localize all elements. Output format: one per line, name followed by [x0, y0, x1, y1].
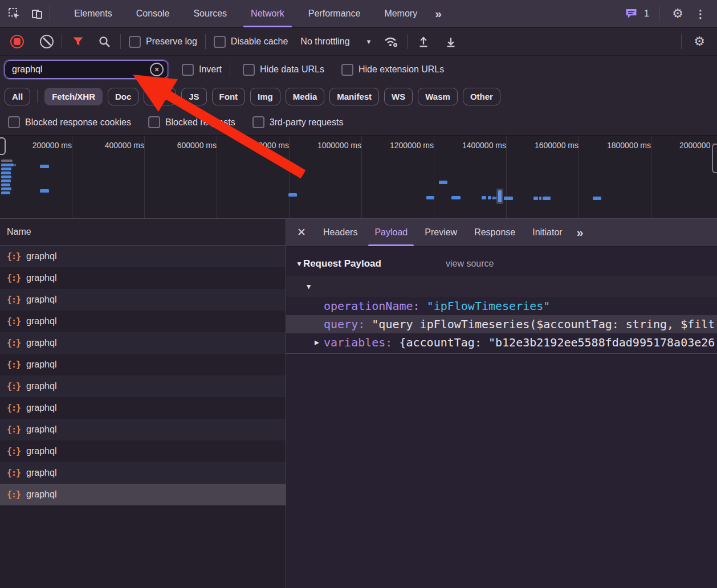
tab-memory[interactable]: Memory	[372, 0, 429, 27]
hide-data-urls-checkbox[interactable]	[243, 64, 255, 76]
preserve-log-checkbox[interactable]	[129, 36, 141, 48]
request-row[interactable]: {:}graphql	[0, 397, 286, 419]
chip-all[interactable]: All	[5, 88, 30, 105]
chip-manifest[interactable]: Manifest	[329, 88, 379, 105]
details-tab-initiator[interactable]: Initiator	[524, 219, 571, 246]
request-row[interactable]: {:}graphql	[0, 484, 286, 505]
view-source-link[interactable]: view source	[446, 259, 494, 269]
record-network-log-icon[interactable]	[10, 35, 24, 48]
more-tabs-icon[interactable]: »	[429, 0, 446, 27]
chip-img[interactable]: Img	[250, 88, 280, 105]
request-row[interactable]: {:}graphql	[0, 354, 286, 375]
request-row[interactable]: {:}graphql	[0, 440, 286, 462]
payload-value: {accountTag: "b12e3b2192ee5588fdad995178…	[399, 336, 715, 349]
network-conditions-icon[interactable]	[383, 33, 399, 50]
chip-css[interactable]: CSS	[144, 88, 176, 105]
blocked-response-cookies-option: Blocked response cookies	[8, 116, 131, 128]
collapse-node-icon[interactable]: ▼	[307, 276, 311, 297]
throttling-select[interactable]: No throttling ▼	[300, 36, 372, 47]
blocked-response-cookies-checkbox[interactable]	[8, 116, 20, 128]
request-row[interactable]: {:}graphql	[0, 419, 286, 440]
filter-icon[interactable]	[70, 33, 86, 50]
import-har-icon[interactable]	[415, 33, 431, 50]
details-tab-payload[interactable]: Payload	[366, 219, 416, 246]
request-name: graphql	[26, 489, 56, 500]
request-row[interactable]: {:}graphql	[0, 332, 286, 354]
toolbar-divider	[407, 34, 408, 49]
hide-data-urls-label: Hide data URLs	[260, 64, 324, 75]
request-list: {:}graphql{:}graphql{:}graphql{:}graphql…	[0, 246, 286, 505]
filter-input[interactable]	[11, 64, 150, 75]
inspect-element-icon[interactable]	[5, 4, 24, 23]
clear-network-log-icon[interactable]	[40, 35, 54, 48]
tab-network[interactable]: Network	[239, 0, 296, 27]
json-braces-icon: {:}	[7, 338, 21, 348]
search-icon[interactable]	[96, 33, 112, 50]
device-toolbar-icon[interactable]	[27, 4, 47, 23]
details-more-tabs-icon[interactable]: »	[571, 219, 588, 246]
timeline-scroll-handle-right[interactable]	[712, 144, 717, 173]
settings-gear-icon[interactable]: ⚙	[668, 4, 687, 23]
third-party-requests-checkbox[interactable]	[252, 116, 264, 128]
payload-row-query[interactable]: query: "query ipFlowTimeseries($accountT…	[286, 315, 717, 333]
tab-sources[interactable]: Sources	[181, 0, 239, 27]
network-settings-gear-icon[interactable]: ⚙	[690, 32, 709, 51]
disable-cache-label: Disable cache	[231, 36, 288, 47]
details-tab-response[interactable]: Response	[466, 219, 524, 246]
clear-filter-icon[interactable]: ✕	[150, 63, 164, 76]
chip-wasm[interactable]: Wasm	[418, 88, 458, 105]
blocked-requests-checkbox[interactable]	[148, 116, 160, 128]
timeline-gridline	[506, 136, 507, 218]
payload-row-operationName[interactable]: operationName: "ipFlowTimeseries"	[286, 297, 717, 315]
request-name: graphql	[26, 295, 56, 305]
tab-performance[interactable]: Performance	[296, 0, 373, 27]
waterfall-mark	[488, 196, 491, 199]
request-row[interactable]: {:}graphql	[0, 289, 286, 311]
expand-node-icon[interactable]: ▶	[315, 333, 319, 352]
chip-media[interactable]: Media	[286, 88, 325, 105]
close-details-icon[interactable]: ✕	[286, 219, 315, 246]
request-row[interactable]: {:}graphql	[0, 267, 286, 289]
payload-summary-row[interactable]: ▼ {operationName: "ipFlowTimeseries", va…	[286, 276, 717, 297]
waterfall-mark	[40, 165, 49, 168]
timeline-overview[interactable]: 200000 ms400000 ms600000 ms800000 ms1000…	[0, 136, 717, 219]
chip-font[interactable]: Font	[212, 88, 245, 105]
request-row[interactable]: {:}graphql	[0, 311, 286, 332]
request-row[interactable]: {:}graphql	[0, 462, 286, 484]
payload-row-variables[interactable]: ▶variables: {accountTag: "b12e3b2192ee55…	[286, 333, 717, 352]
chip-ws[interactable]: WS	[384, 88, 413, 105]
issues-icon[interactable]	[621, 4, 641, 23]
toolbar-divider	[659, 6, 660, 21]
name-column-header[interactable]: Name	[0, 219, 286, 246]
waterfall-mark	[543, 197, 551, 200]
waterfall-mark	[482, 196, 486, 199]
issues-count: 1	[644, 9, 649, 19]
request-table: Name {:}graphql{:}graphql{:}graphql{:}gr…	[0, 219, 286, 588]
chip-js[interactable]: JS	[181, 88, 206, 105]
chip-fetch-xhr[interactable]: Fetch/XHR	[44, 88, 103, 105]
waterfall-mark	[288, 193, 297, 197]
waterfall-mark	[539, 197, 541, 200]
collapse-section-icon[interactable]: ▼	[296, 260, 303, 268]
invert-checkbox[interactable]	[182, 64, 194, 76]
request-row[interactable]: {:}graphql	[0, 375, 286, 397]
chip-other[interactable]: Other	[463, 88, 500, 105]
timeline-scroll-handle-left[interactable]	[0, 137, 6, 155]
tab-elements[interactable]: Elements	[62, 0, 124, 27]
timeline-tick: 800000 ms	[232, 141, 289, 150]
disable-cache-checkbox[interactable]	[214, 36, 226, 48]
details-tab-preview[interactable]: Preview	[416, 219, 466, 246]
export-har-icon[interactable]	[443, 33, 459, 50]
hide-extension-urls-checkbox[interactable]	[341, 64, 353, 76]
payload-key: operationName:	[324, 299, 427, 313]
json-braces-icon: {:}	[7, 360, 21, 370]
json-braces-icon: {:}	[7, 424, 21, 435]
payload-value: "ipFlowTimeseries"	[427, 299, 551, 313]
tab-console[interactable]: Console	[124, 0, 182, 27]
chip-doc[interactable]: Doc	[108, 88, 138, 105]
more-options-icon[interactable]: ⋮	[687, 4, 714, 23]
request-row[interactable]: {:}graphql	[0, 246, 286, 267]
json-braces-icon: {:}	[7, 295, 21, 305]
preserve-log-option: Preserve log	[129, 36, 197, 48]
details-tab-headers[interactable]: Headers	[315, 219, 366, 246]
